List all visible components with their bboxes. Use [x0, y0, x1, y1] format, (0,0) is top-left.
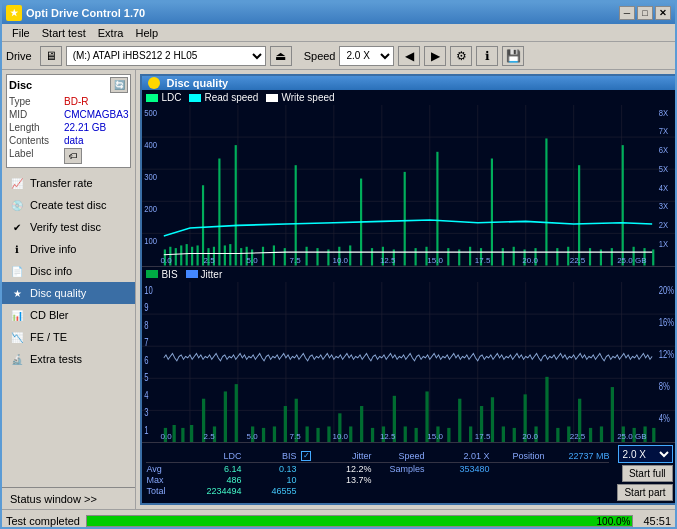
nav-fe-te[interactable]: 📉 FE / TE — [2, 326, 135, 348]
progress-bar: 100.0% — [86, 515, 633, 527]
bis-legend-color — [146, 270, 158, 278]
nav-drive-info[interactable]: ℹ Drive info — [2, 238, 135, 260]
info-button[interactable]: ℹ — [476, 46, 498, 66]
svg-text:4%: 4% — [659, 413, 670, 424]
svg-text:16%: 16% — [659, 316, 674, 327]
status-window-button[interactable]: Status window >> — [2, 487, 135, 509]
menu-file[interactable]: File — [6, 26, 36, 40]
mid-label: MID — [9, 109, 64, 120]
nav-disc-info[interactable]: 📄 Disc info — [2, 260, 135, 282]
svg-text:5: 5 — [145, 372, 149, 383]
close-button[interactable]: ✕ — [655, 6, 671, 20]
settings-button[interactable]: ⚙ — [450, 46, 472, 66]
avg-ldc: 6.14 — [181, 464, 241, 474]
speed-label: Speed — [304, 50, 336, 62]
svg-text:2X: 2X — [659, 219, 669, 230]
disc-quality-icon: ★ — [10, 286, 24, 300]
label-icon-button[interactable]: 🏷 — [64, 148, 82, 164]
svg-text:7: 7 — [145, 337, 149, 348]
jitter-checkbox[interactable]: ✓ — [301, 451, 311, 461]
total-ldc: 2234494 — [181, 486, 241, 496]
chart-title: Disc quality — [142, 76, 676, 90]
menu-help[interactable]: Help — [129, 26, 164, 40]
svg-text:8X: 8X — [659, 107, 669, 118]
titlebar: ★ Opti Drive Control 1.70 ─ □ ✕ — [2, 2, 675, 24]
max-jitter: 13.7% — [316, 475, 371, 485]
nav-create-test-disc[interactable]: 💿 Create test disc — [2, 194, 135, 216]
nav-extra-tests-label: Extra tests — [30, 353, 82, 365]
eject-button[interactable]: ⏏ — [270, 46, 292, 66]
svg-text:8: 8 — [145, 319, 149, 330]
status-text: Test completed — [6, 515, 80, 527]
max-ldc: 486 — [181, 475, 241, 485]
max-bis: 10 — [241, 475, 296, 485]
fe-te-icon: 📉 — [10, 330, 24, 344]
menubar: File Start test Extra Help — [2, 24, 675, 42]
chart-container: Disc quality LDC Read spe — [140, 74, 677, 505]
jitter-legend-label: Jitter — [201, 269, 223, 280]
nav-verify-test-disc[interactable]: ✔ Verify test disc — [2, 216, 135, 238]
drive-info-icon: ℹ — [10, 242, 24, 256]
nav-cd-bler[interactable]: 📊 CD Bler — [2, 304, 135, 326]
writespeed-legend-label: Write speed — [281, 92, 334, 103]
nav-fe-te-label: FE / TE — [30, 331, 67, 343]
svg-text:5X: 5X — [659, 163, 669, 174]
start-full-button[interactable]: Start full — [622, 465, 673, 482]
svg-text:4X: 4X — [659, 182, 669, 193]
readspeed-legend-color — [189, 94, 201, 102]
mid-value: CMCMAGBA3 — [64, 109, 128, 120]
extra-tests-icon: 🔬 — [10, 352, 24, 366]
right-panel: Disc quality LDC Read spe — [136, 70, 677, 509]
verify-test-disc-icon: ✔ — [10, 220, 24, 234]
save-button[interactable]: 💾 — [502, 46, 524, 66]
start-part-button[interactable]: Start part — [617, 484, 672, 501]
drive-label: Drive — [6, 50, 32, 62]
nav-disc-quality[interactable]: ★ Disc quality — [2, 282, 135, 304]
speed-dropdown-select[interactable]: 2.0 X — [618, 445, 673, 463]
svg-text:1X: 1X — [659, 238, 669, 249]
svg-rect-57 — [404, 172, 406, 266]
jitter-legend-color — [186, 270, 198, 278]
type-value: BD-R — [64, 96, 88, 107]
drive-select[interactable]: (M:) ATAPI iHBS212 2 HL05 — [66, 46, 266, 66]
length-value: 22.21 GB — [64, 122, 106, 133]
menu-starttest[interactable]: Start test — [36, 26, 92, 40]
speed-select[interactable]: 2.0 X — [339, 46, 394, 66]
disc-info-icon: 📄 — [10, 264, 24, 278]
minimize-button[interactable]: ─ — [619, 6, 635, 20]
left-panel: Disc 🔄 Type BD-R MID CMCMAGBA3 Length 22… — [2, 70, 136, 509]
contents-value: data — [64, 135, 83, 146]
bottom-bar: Test completed 100.0% 45:51 — [2, 509, 675, 529]
nav-create-test-disc-label: Create test disc — [30, 199, 106, 211]
ldc-header: LDC — [181, 451, 241, 461]
position-value: 22737 MB — [544, 451, 609, 461]
bottom-chart-x-labels: 0.02.55.07.510.012.515.017.520.022.525.0… — [160, 432, 646, 442]
nav-disc-info-label: Disc info — [30, 265, 72, 277]
speed-left-button[interactable]: ◀ — [398, 46, 420, 66]
svg-text:3X: 3X — [659, 201, 669, 212]
menu-extra[interactable]: Extra — [92, 26, 130, 40]
bis-legend-label: BIS — [161, 269, 177, 280]
svg-rect-70 — [546, 138, 548, 265]
length-label: Length — [9, 122, 64, 133]
maximize-button[interactable]: □ — [637, 6, 653, 20]
svg-text:10: 10 — [145, 284, 153, 295]
readspeed-legend-label: Read speed — [204, 92, 258, 103]
nav-transfer-rate[interactable]: 📈 Transfer rate — [2, 172, 135, 194]
svg-text:1: 1 — [145, 424, 149, 435]
bottom-chart-legend: BIS Jitter — [142, 267, 676, 282]
drive-icon-button[interactable]: 🖥 — [40, 46, 62, 66]
position-header: Position — [489, 451, 544, 461]
speed-right-button[interactable]: ▶ — [424, 46, 446, 66]
svg-text:9: 9 — [145, 302, 149, 313]
nav-cd-bler-label: CD Bler — [30, 309, 69, 321]
svg-text:400: 400 — [145, 139, 158, 150]
svg-rect-80 — [653, 249, 655, 265]
svg-text:6: 6 — [145, 354, 149, 365]
progress-bar-fill — [87, 516, 632, 526]
ldc-legend-color — [146, 94, 158, 102]
app-icon: ★ — [6, 5, 22, 21]
nav-extra-tests[interactable]: 🔬 Extra tests — [2, 348, 135, 370]
drivebar: Drive 🖥 (M:) ATAPI iHBS212 2 HL05 ⏏ Spee… — [2, 42, 675, 70]
disc-icon-button[interactable]: 🔄 — [110, 77, 128, 93]
